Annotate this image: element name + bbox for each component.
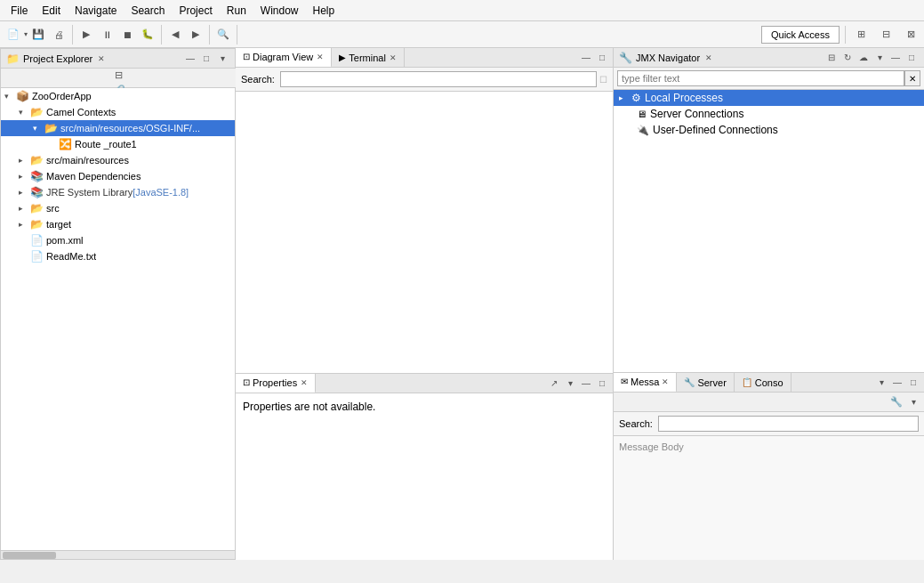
tree-item-readme[interactable]: 📄 ReadMe.txt xyxy=(1,248,235,264)
center-minimize-btn[interactable]: — xyxy=(579,51,593,65)
perspective-button[interactable]: ⊞ xyxy=(851,25,871,45)
tab-console[interactable]: 📋 Conso xyxy=(735,373,791,393)
messages-menu-btn[interactable]: ▾ xyxy=(906,395,920,409)
tree-item-route[interactable]: 🔀 Route _route1 xyxy=(1,136,235,152)
tab-console-label: Conso xyxy=(755,377,783,388)
messages-icon: ✉ xyxy=(621,377,628,386)
jmx-item-local[interactable]: ▸ ⚙ Local Processes xyxy=(614,90,924,106)
menu-search[interactable]: Search xyxy=(124,3,172,19)
save-button[interactable]: 💾 xyxy=(28,25,48,45)
tree-item-zoo[interactable]: ▾ 📦 ZooOrderApp xyxy=(1,88,235,104)
jmx-maximize-btn[interactable]: □ xyxy=(904,51,919,65)
br-menu-btn[interactable]: ▾ xyxy=(874,376,888,390)
center-panel-controls: — □ xyxy=(579,51,613,65)
forward-button[interactable]: ▶ xyxy=(186,25,205,45)
jmx-local-icon: ⚙ xyxy=(631,92,641,104)
tab-messages[interactable]: ✉ Messa ✕ xyxy=(614,373,677,393)
jmx-btn1[interactable]: ⊟ xyxy=(824,51,839,65)
br-minimize-btn[interactable]: — xyxy=(890,376,904,390)
diagram-search-checkbox[interactable]: ☐ xyxy=(599,75,607,85)
menu-edit[interactable]: Edit xyxy=(35,3,68,19)
main-layout: 📁 Project Explorer ✕ — □ ▾ ⊟ 🔗 ▾ ▾ 📦 Zoo… xyxy=(0,48,924,560)
diagram-search-input[interactable] xyxy=(280,71,597,87)
tab-terminal-label: Terminal xyxy=(349,53,386,63)
new-button[interactable]: 📄 xyxy=(4,25,23,45)
menu-help[interactable]: Help xyxy=(306,3,342,19)
debug-button[interactable]: 🐛 xyxy=(138,25,157,45)
layout-button[interactable]: ⊠ xyxy=(901,25,920,45)
toolbar-group-search: 🔍 xyxy=(213,25,237,45)
tree-item-resources[interactable]: ▸ 📂 src/main/resources xyxy=(1,152,235,168)
menu-run[interactable]: Run xyxy=(220,3,253,19)
tab-server[interactable]: 🔧 Server xyxy=(677,373,734,393)
diagram-search-label: Search: xyxy=(241,74,275,85)
tree-label-route: Route _route1 xyxy=(75,139,137,150)
menu-file[interactable]: File xyxy=(4,3,35,19)
jmx-label-server: Server Connections xyxy=(650,108,743,120)
jmx-server-icon: 🖥 xyxy=(637,109,647,119)
jmx-btn3[interactable]: ☁ xyxy=(856,51,871,65)
properties-external-btn[interactable]: ↗ xyxy=(547,377,561,391)
tree-item-src[interactable]: ▸ 📂 src xyxy=(1,200,235,216)
jmx-btn2[interactable]: ↻ xyxy=(840,51,855,65)
project-tree: ▾ 📦 ZooOrderApp ▾ 📂 Camel Contexts ▾ 📂 s… xyxy=(1,88,235,550)
jmx-menu-btn[interactable]: ▾ xyxy=(872,51,887,65)
expand-zoo-icon: ▾ xyxy=(4,92,15,101)
center-area: ⊡ Diagram View ✕ ▶ Terminal ✕ — □ Search… xyxy=(236,48,613,560)
console-tab-icon: 📋 xyxy=(742,377,752,387)
tree-item-osgi[interactable]: ▾ 📂 src/main/resources/OSGI-INF/... xyxy=(1,120,235,136)
center-maximize-btn[interactable]: □ xyxy=(595,51,609,65)
tree-item-pom[interactable]: 📄 pom.xml xyxy=(1,232,235,248)
bottom-right-tab-bar: ✉ Messa ✕ 🔧 Server 📋 Conso ▾ — □ xyxy=(614,373,924,393)
quick-access-button[interactable]: Quick Access xyxy=(761,26,840,44)
messages-search-input[interactable] xyxy=(658,416,919,432)
tree-item-camel[interactable]: ▾ 📂 Camel Contexts xyxy=(1,104,235,120)
tab-diagram-view[interactable]: ⊡ Diagram View ✕ xyxy=(236,48,332,68)
expand-osgi-icon: ▾ xyxy=(33,124,44,133)
jmx-filter-input[interactable] xyxy=(617,70,904,86)
expand-resources-icon: ▸ xyxy=(19,156,29,165)
top-center: ⊡ Diagram View ✕ ▶ Terminal ✕ — □ Search… xyxy=(236,48,613,373)
project-icon: 📦 xyxy=(15,89,29,103)
menu-project[interactable]: Project xyxy=(172,3,219,19)
properties-menu-btn[interactable]: ▾ xyxy=(563,377,577,391)
run-button[interactable]: ▶ xyxy=(76,25,96,45)
tree-item-jre[interactable]: ▸ 📚 JRE System Library [JavaSE-1.8] xyxy=(1,184,235,200)
jmx-label-local: Local Processes xyxy=(645,92,723,104)
jmx-item-user[interactable]: 🔌 User-Defined Connections xyxy=(614,122,924,138)
jmx-camel-icon: 🔧 xyxy=(619,52,632,64)
tree-item-target[interactable]: ▸ 📂 target xyxy=(1,216,235,232)
messages-close[interactable]: ✕ xyxy=(662,377,669,386)
server-tab-icon: 🔧 xyxy=(684,377,695,387)
menu-navigate[interactable]: Navigate xyxy=(68,3,124,19)
osgi-folder-icon: 📂 xyxy=(44,121,58,135)
jmx-item-server[interactable]: 🖥 Server Connections xyxy=(614,106,924,122)
toolbar-group-new: 📄 ▾ 💾 🖨 xyxy=(4,25,73,45)
maximize-project-btn[interactable]: □ xyxy=(199,52,213,66)
viewmenu-project-btn[interactable]: ▾ xyxy=(215,52,229,66)
terminal-close[interactable]: ✕ xyxy=(390,53,397,62)
jmx-minimize-btn[interactable]: — xyxy=(888,51,903,65)
search-toolbar-button[interactable]: 🔍 xyxy=(213,25,233,45)
project-scrollbar[interactable] xyxy=(1,550,235,559)
stop-button[interactable]: ⏹ xyxy=(117,25,137,45)
back-button[interactable]: ◀ xyxy=(165,25,185,45)
jmx-filter-clear-btn[interactable]: ✕ xyxy=(904,70,920,86)
tab-terminal[interactable]: ▶ Terminal ✕ xyxy=(332,48,405,68)
minimize-project-btn[interactable]: — xyxy=(183,52,197,66)
br-maximize-btn[interactable]: □ xyxy=(906,376,920,390)
properties-maximize-btn[interactable]: □ xyxy=(595,377,609,391)
messages-tool-btn[interactable]: 🔧 xyxy=(887,393,906,412)
view-button[interactable]: ⊟ xyxy=(876,25,896,45)
properties-minimize-btn[interactable]: — xyxy=(579,377,593,391)
new-dropdown-arrow[interactable]: ▾ xyxy=(24,30,28,38)
tree-label-osgi: src/main/resources/OSGI-INF/... xyxy=(60,123,200,134)
diagram-view-close[interactable]: ✕ xyxy=(317,53,324,61)
menu-window[interactable]: Window xyxy=(253,3,306,19)
print-button[interactable]: 🖨 xyxy=(49,25,68,45)
tree-item-maven[interactable]: ▸ 📚 Maven Dependencies xyxy=(1,168,235,184)
tab-properties[interactable]: ⊡ Properties ✕ xyxy=(236,374,316,393)
pause-button[interactable]: ⏸ xyxy=(97,25,117,45)
properties-close[interactable]: ✕ xyxy=(301,378,308,387)
collapse-all-btn[interactable]: ⊟ xyxy=(109,69,129,82)
